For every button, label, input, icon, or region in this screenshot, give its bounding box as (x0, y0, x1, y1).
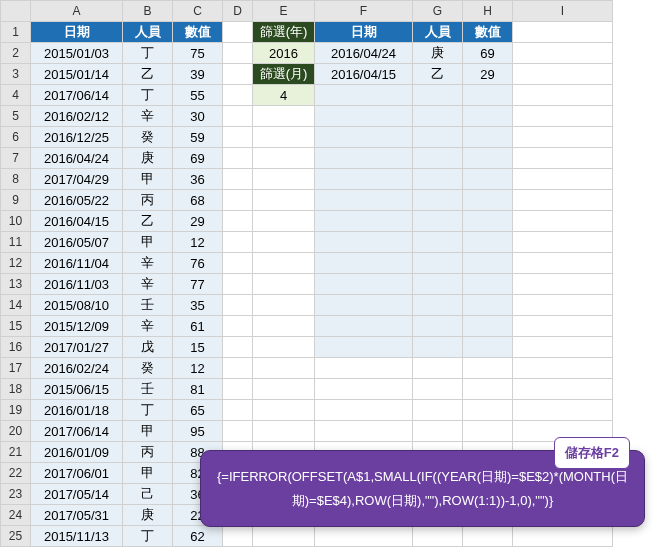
cell[interactable] (223, 64, 253, 85)
cell[interactable] (253, 253, 315, 274)
row-23[interactable]: 23 (1, 484, 31, 505)
hdr-r-val[interactable]: 數值 (463, 22, 513, 43)
cell[interactable] (513, 43, 613, 64)
cell[interactable]: 75 (173, 43, 223, 64)
cell[interactable]: 2017/05/14 (31, 484, 123, 505)
col-G[interactable]: G (413, 1, 463, 22)
cell[interactable] (513, 400, 613, 421)
cell[interactable]: 甲 (123, 169, 173, 190)
row-9[interactable]: 9 (1, 190, 31, 211)
cell[interactable] (253, 127, 315, 148)
cell[interactable] (513, 295, 613, 316)
cell[interactable]: 62 (173, 526, 223, 547)
cell[interactable] (315, 526, 413, 547)
cell[interactable] (413, 358, 463, 379)
cell[interactable] (413, 211, 463, 232)
cell[interactable]: 29 (463, 64, 513, 85)
cell[interactable] (463, 526, 513, 547)
cell[interactable]: 2016/04/15 (315, 64, 413, 85)
row-11[interactable]: 11 (1, 232, 31, 253)
cell[interactable]: 丁 (123, 526, 173, 547)
row-22[interactable]: 22 (1, 463, 31, 484)
cell[interactable] (253, 169, 315, 190)
cell[interactable] (463, 85, 513, 106)
row-13[interactable]: 13 (1, 274, 31, 295)
cell[interactable]: 辛 (123, 106, 173, 127)
cell[interactable] (253, 295, 315, 316)
row-12[interactable]: 12 (1, 253, 31, 274)
cell[interactable] (315, 421, 413, 442)
cell[interactable] (315, 358, 413, 379)
col-I[interactable]: I (513, 1, 613, 22)
cell[interactable] (463, 400, 513, 421)
cell[interactable] (463, 337, 513, 358)
row-5[interactable]: 5 (1, 106, 31, 127)
cell[interactable] (315, 379, 413, 400)
filter-month-value[interactable]: 4 (253, 85, 315, 106)
cell[interactable]: 戊 (123, 337, 173, 358)
cell[interactable] (513, 85, 613, 106)
cell[interactable]: 壬 (123, 295, 173, 316)
cell[interactable] (463, 148, 513, 169)
cell[interactable] (315, 253, 413, 274)
cell[interactable]: 丙 (123, 190, 173, 211)
cell[interactable]: 69 (173, 148, 223, 169)
row-3[interactable]: 3 (1, 64, 31, 85)
cell[interactable] (253, 526, 315, 547)
cell[interactable] (315, 337, 413, 358)
cell[interactable]: 12 (173, 358, 223, 379)
cell[interactable] (413, 169, 463, 190)
cell[interactable] (513, 379, 613, 400)
cell[interactable] (413, 148, 463, 169)
cell[interactable] (223, 85, 253, 106)
cell[interactable] (463, 421, 513, 442)
select-all-corner[interactable] (1, 1, 31, 22)
cell[interactable] (315, 316, 413, 337)
filter-year-label[interactable]: 篩選(年) (253, 22, 315, 43)
cell[interactable] (513, 106, 613, 127)
cell[interactable] (513, 190, 613, 211)
cell[interactable]: 36 (173, 169, 223, 190)
cell[interactable] (253, 211, 315, 232)
col-F[interactable]: F (315, 1, 413, 22)
cell[interactable] (253, 379, 315, 400)
cell[interactable]: 2017/04/29 (31, 169, 123, 190)
cell[interactable]: 乙 (123, 64, 173, 85)
cell[interactable]: 癸 (123, 127, 173, 148)
cell[interactable]: 39 (173, 64, 223, 85)
cell[interactable]: 77 (173, 274, 223, 295)
hdr-r-name[interactable]: 人員 (413, 22, 463, 43)
cell[interactable] (513, 22, 613, 43)
col-H[interactable]: H (463, 1, 513, 22)
cell[interactable]: 55 (173, 85, 223, 106)
cell[interactable]: 2016/05/07 (31, 232, 123, 253)
cell[interactable] (223, 190, 253, 211)
cell[interactable] (413, 190, 463, 211)
cell[interactable] (413, 127, 463, 148)
cell[interactable] (463, 316, 513, 337)
cell[interactable] (315, 169, 413, 190)
cell[interactable] (253, 337, 315, 358)
cell[interactable] (413, 106, 463, 127)
cell[interactable]: 2015/11/13 (31, 526, 123, 547)
cell[interactable] (253, 316, 315, 337)
cell[interactable]: 2015/12/09 (31, 316, 123, 337)
cell[interactable] (315, 400, 413, 421)
cell[interactable] (223, 337, 253, 358)
cell[interactable] (463, 232, 513, 253)
cell[interactable] (223, 274, 253, 295)
cell[interactable] (223, 400, 253, 421)
cell[interactable] (413, 379, 463, 400)
cell[interactable]: 己 (123, 484, 173, 505)
cell[interactable] (413, 337, 463, 358)
cell[interactable]: 2016/01/18 (31, 400, 123, 421)
cell[interactable]: 59 (173, 127, 223, 148)
cell[interactable]: 81 (173, 379, 223, 400)
cell[interactable] (463, 211, 513, 232)
col-B[interactable]: B (123, 1, 173, 22)
cell[interactable]: 2016/12/25 (31, 127, 123, 148)
cell[interactable]: 61 (173, 316, 223, 337)
cell[interactable] (315, 148, 413, 169)
cell[interactable]: 乙 (123, 211, 173, 232)
cell[interactable]: 35 (173, 295, 223, 316)
